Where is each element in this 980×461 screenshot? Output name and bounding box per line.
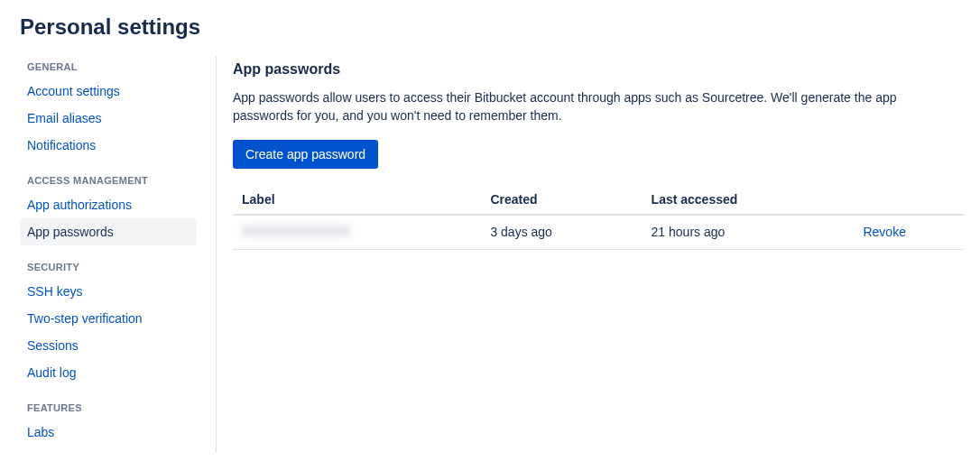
table-cell-created: 3 days ago bbox=[481, 215, 642, 250]
blurred-label bbox=[242, 225, 350, 237]
sidebar: GENERAL Account settings Email aliases N… bbox=[0, 56, 217, 453]
sidebar-group-header-security: SECURITY bbox=[20, 253, 216, 278]
app-passwords-table: Label Created Last accessed 3 days ago 2… bbox=[233, 185, 964, 250]
sidebar-item-app-passwords[interactable]: App passwords bbox=[20, 218, 197, 245]
table-cell-action: Revoke bbox=[854, 215, 964, 250]
sidebar-item-audit-log[interactable]: Audit log bbox=[20, 359, 197, 386]
sidebar-item-labs[interactable]: Labs bbox=[20, 419, 197, 446]
main-content: App passwords App passwords allow users … bbox=[217, 56, 980, 453]
sidebar-group-header-access: ACCESS MANAGEMENT bbox=[20, 166, 216, 191]
sidebar-group-header-features: FEATURES bbox=[20, 393, 216, 419]
table-header-label: Label bbox=[233, 185, 481, 215]
revoke-link[interactable]: Revoke bbox=[863, 225, 905, 239]
sidebar-item-email-aliases[interactable]: Email aliases bbox=[20, 105, 197, 132]
create-app-password-button[interactable]: Create app password bbox=[233, 140, 378, 169]
sidebar-item-app-authorizations[interactable]: App authorizations bbox=[20, 191, 197, 218]
main-title: App passwords bbox=[233, 56, 964, 88]
sidebar-item-notifications[interactable]: Notifications bbox=[20, 132, 197, 159]
table-cell-label bbox=[233, 215, 481, 250]
table-header-created: Created bbox=[481, 185, 642, 215]
sidebar-item-account-settings[interactable]: Account settings bbox=[20, 78, 197, 105]
table-header-action bbox=[854, 185, 964, 215]
sidebar-group-header-general: GENERAL bbox=[20, 56, 216, 78]
table-row: 3 days ago 21 hours ago Revoke bbox=[233, 215, 964, 250]
page-title: Personal settings bbox=[0, 0, 980, 56]
table-cell-last-accessed: 21 hours ago bbox=[643, 215, 855, 250]
main-description: App passwords allow users to access thei… bbox=[233, 88, 937, 140]
sidebar-item-two-step[interactable]: Two-step verification bbox=[20, 305, 197, 332]
sidebar-item-ssh-keys[interactable]: SSH keys bbox=[20, 278, 197, 305]
table-header-last-accessed: Last accessed bbox=[643, 185, 855, 215]
sidebar-item-sessions[interactable]: Sessions bbox=[20, 332, 197, 359]
